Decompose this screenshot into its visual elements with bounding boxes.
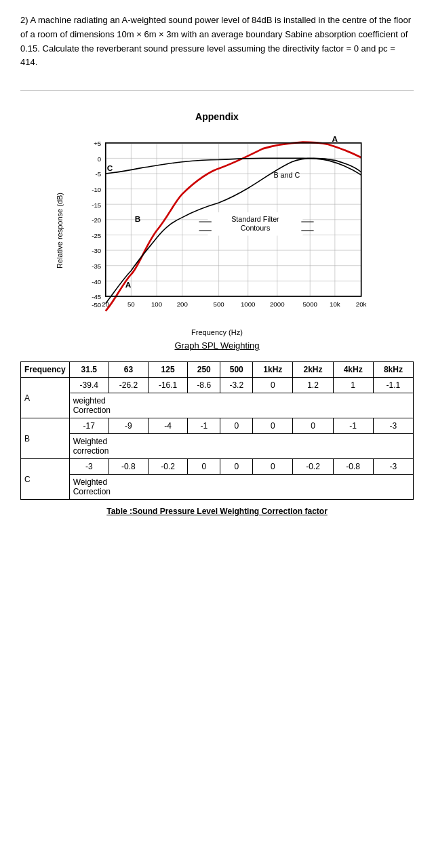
cell-a-63: -26.2 bbox=[108, 378, 148, 393]
svg-text:5000: 5000 bbox=[302, 300, 317, 308]
cell-c-500: 0 bbox=[220, 459, 253, 475]
svg-text:-10: -10 bbox=[92, 186, 102, 193]
cell-a-31.5: -39.4 bbox=[69, 378, 108, 393]
spl-table: Frequency 31.5 63 125 250 500 1kHz 2kHz … bbox=[20, 361, 414, 500]
header-31.5: 31.5 bbox=[69, 362, 108, 378]
row-a-correction-label: weightedCorrection bbox=[69, 393, 413, 418]
chart-wrap: +5 0 -5 -10 -15 -20 -25 -30 -35 -40 -45 … bbox=[66, 136, 378, 326]
svg-text:1000: 1000 bbox=[241, 300, 256, 308]
cell-b-31.5: -17 bbox=[69, 418, 108, 434]
svg-text:50: 50 bbox=[127, 300, 135, 308]
header-63: 63 bbox=[108, 362, 148, 378]
cell-b-8khz: -3 bbox=[373, 418, 413, 434]
svg-text:-35: -35 bbox=[92, 262, 101, 270]
cell-a-4khz: 1 bbox=[333, 378, 373, 393]
cell-a-500: -3.2 bbox=[220, 378, 253, 393]
cell-b-1khz: 0 bbox=[253, 418, 293, 434]
cell-c-31.5: -3 bbox=[69, 459, 108, 475]
cell-b-500: 0 bbox=[220, 418, 253, 434]
header-4khz: 4kHz bbox=[333, 362, 373, 378]
svg-text:Contours: Contours bbox=[241, 224, 271, 232]
cell-c-2khz: -0.2 bbox=[293, 459, 333, 475]
cell-b-125: -4 bbox=[149, 418, 188, 434]
svg-text:B and C: B and C bbox=[273, 172, 300, 180]
cell-a-1khz: 0 bbox=[253, 378, 293, 393]
cell-c-4khz: -0.8 bbox=[333, 459, 373, 475]
svg-text:A: A bbox=[125, 280, 132, 290]
header-250: 250 bbox=[188, 362, 220, 378]
cell-c-125: -0.2 bbox=[149, 459, 188, 475]
header-500: 500 bbox=[220, 362, 253, 378]
chart-section: Relative response (dB) bbox=[20, 136, 414, 326]
y-axis-label: Relative response (dB) bbox=[56, 193, 64, 269]
svg-text:-25: -25 bbox=[92, 232, 101, 239]
table-row-c-label: WeightedCorrection bbox=[21, 475, 414, 500]
svg-text:-5: -5 bbox=[96, 170, 102, 178]
svg-text:A: A bbox=[332, 136, 338, 144]
divider bbox=[20, 90, 414, 91]
table-row-b-label: Weightedcorrection bbox=[21, 434, 414, 459]
question-number: 2) bbox=[20, 15, 28, 25]
svg-text:2000: 2000 bbox=[270, 300, 285, 308]
row-b-label: B bbox=[21, 418, 70, 459]
table-row: C -3 -0.8 -0.2 0 0 0 -0.2 -0.8 -3 bbox=[21, 459, 414, 475]
question-text: 2) A machine radiating an A-weighted sou… bbox=[20, 14, 414, 70]
table-row: B -17 -9 -4 -1 0 0 0 -1 -3 bbox=[21, 418, 414, 434]
cell-b-2khz: 0 bbox=[293, 418, 333, 434]
cell-c-1khz: 0 bbox=[253, 459, 293, 475]
question-body: A machine radiating an A-weighted sound … bbox=[20, 15, 411, 67]
cell-c-8khz: -3 bbox=[373, 459, 413, 475]
svg-text:-45: -45 bbox=[92, 293, 101, 300]
cell-a-250: -8.6 bbox=[188, 378, 220, 393]
cell-b-63: -9 bbox=[108, 418, 148, 434]
row-b-correction-label: Weightedcorrection bbox=[69, 434, 413, 459]
cell-c-250: 0 bbox=[188, 459, 220, 475]
svg-text:100: 100 bbox=[151, 300, 163, 308]
chart-svg: +5 0 -5 -10 -15 -20 -25 -30 -35 -40 -45 … bbox=[66, 136, 378, 326]
svg-text:-50: -50 bbox=[92, 301, 102, 309]
svg-text:-40: -40 bbox=[92, 278, 102, 285]
svg-text:C: C bbox=[107, 163, 113, 173]
cell-b-250: -1 bbox=[188, 418, 220, 434]
row-c-label: C bbox=[21, 459, 70, 500]
table-header-row: Frequency 31.5 63 125 250 500 1kHz 2kHz … bbox=[21, 362, 414, 378]
header-frequency: Frequency bbox=[21, 362, 70, 378]
cell-a-2khz: 1.2 bbox=[293, 378, 333, 393]
graph-title: Graph SPL Weighting bbox=[20, 340, 414, 351]
appendix-title: Appendix bbox=[20, 111, 414, 122]
svg-text:-15: -15 bbox=[92, 201, 101, 209]
table-caption: Table :Sound Pressure Level Weighting Co… bbox=[20, 507, 414, 516]
row-c-correction-label: WeightedCorrection bbox=[69, 475, 413, 500]
svg-text:-30: -30 bbox=[92, 248, 102, 255]
svg-text:Standard Filter: Standard Filter bbox=[231, 215, 279, 223]
table-row: A -39.4 -26.2 -16.1 -8.6 -3.2 0 1.2 1 -1… bbox=[21, 378, 414, 393]
svg-text:10k: 10k bbox=[330, 300, 340, 308]
x-axis-label: Frequency (Hz) bbox=[20, 328, 414, 336]
row-a-label: A bbox=[21, 378, 70, 418]
svg-text:+5: +5 bbox=[94, 140, 101, 147]
table-row-a-label: weightedCorrection bbox=[21, 393, 414, 418]
svg-text:20k: 20k bbox=[356, 300, 367, 308]
page: 2) A machine radiating an A-weighted sou… bbox=[0, 0, 434, 530]
header-2khz: 2kHz bbox=[293, 362, 333, 378]
header-1khz: 1kHz bbox=[253, 362, 293, 378]
svg-text:-20: -20 bbox=[92, 216, 102, 224]
cell-b-4khz: -1 bbox=[333, 418, 373, 434]
cell-c-63: -0.8 bbox=[108, 459, 148, 475]
header-8khz: 8kHz bbox=[373, 362, 413, 378]
cell-a-125: -16.1 bbox=[149, 378, 188, 393]
svg-text:200: 200 bbox=[177, 300, 189, 308]
cell-a-8khz: -1.1 bbox=[373, 378, 413, 393]
svg-text:B: B bbox=[135, 214, 141, 224]
svg-text:500: 500 bbox=[214, 300, 225, 308]
svg-text:0: 0 bbox=[98, 155, 102, 163]
header-125: 125 bbox=[149, 362, 188, 378]
